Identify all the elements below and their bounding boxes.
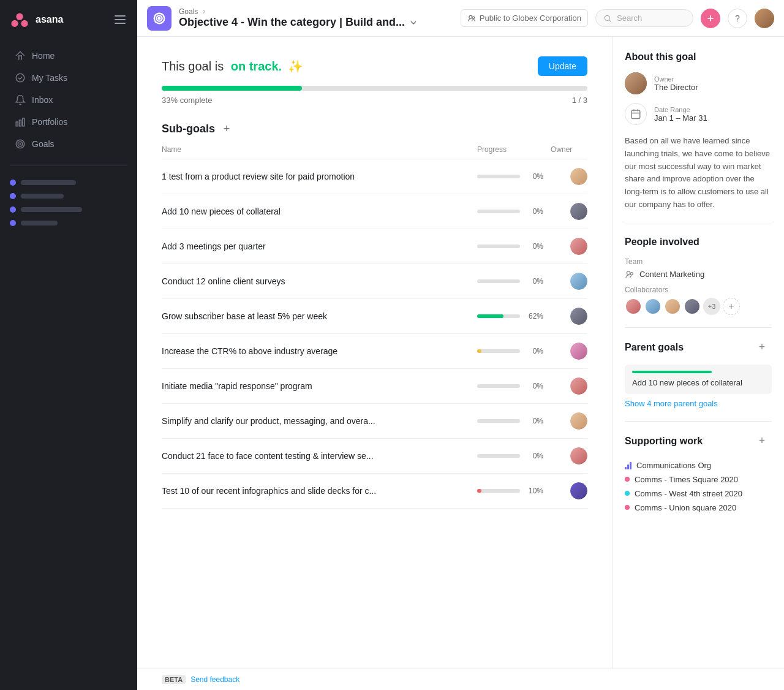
sidebar-item-label-portfolios: Portfolios: [32, 117, 67, 127]
progress-mini-track: [477, 349, 520, 353]
menu-toggle-button[interactable]: [113, 12, 127, 27]
status-prefix: This goal is: [162, 59, 224, 73]
asana-logo: [10, 10, 29, 29]
avatar-circle: [570, 343, 587, 360]
supporting-item-name: Comms - Times Square 2020: [635, 475, 738, 484]
list-item[interactable]: [10, 203, 127, 216]
progress-info: 33% complete 1 / 3: [162, 96, 587, 105]
sidebar-item-inbox[interactable]: Inbox: [5, 89, 132, 110]
project-color-dot: [10, 180, 16, 186]
avatar-circle: [570, 412, 587, 430]
col-owner: Owner: [551, 145, 587, 154]
subgoal-progress: 0%: [477, 172, 551, 181]
asana-wordmark: asana: [36, 14, 63, 25]
status-emoji: ✨: [288, 59, 303, 73]
add-parent-goal-button[interactable]: +: [752, 338, 772, 357]
subgoal-progress: 0%: [477, 242, 551, 251]
svg-point-9: [20, 143, 21, 145]
sidebar-item-my-tasks[interactable]: My Tasks: [5, 67, 132, 88]
check-circle-icon: [15, 72, 26, 83]
list-item[interactable]: [10, 189, 127, 203]
avatar-circle: [570, 482, 587, 499]
subgoal-name: Increase the CTR% to above industry aver…: [162, 346, 477, 356]
svg-point-3: [16, 74, 24, 82]
breadcrumb-text: Goals: [179, 7, 198, 16]
sidebar: asana Home My Tasks Inbox Portfolios Goa…: [0, 0, 137, 690]
list-item[interactable]: [10, 216, 127, 230]
subgoals-table-header: Name Progress Owner: [162, 143, 587, 159]
progress-pct-label: 0%: [525, 382, 543, 390]
help-button[interactable]: ?: [728, 9, 747, 28]
supporting-item-name: Comms - Union square 2020: [635, 503, 736, 512]
more-collaborators-badge: +3: [703, 298, 720, 315]
supporting-work-item[interactable]: Comms - Union square 2020: [625, 501, 772, 515]
chevron-down-icon[interactable]: [409, 18, 418, 28]
table-row[interactable]: Conduct 12 online client surveys 0%: [162, 264, 587, 299]
goal-description: Based on all we have learned since launc…: [625, 135, 772, 224]
show-more-parent-goals-link[interactable]: Show 4 more parent goals: [625, 399, 718, 408]
sidebar-item-label-my-tasks: My Tasks: [32, 73, 67, 83]
table-row[interactable]: Grow subscriber base at least 5% per wee…: [162, 299, 587, 334]
sidebar-item-label-goals: Goals: [32, 139, 55, 149]
team-label: Team: [625, 257, 772, 266]
calendar-icon: [625, 103, 647, 125]
add-button[interactable]: [701, 9, 720, 28]
bar-segment: [625, 467, 627, 469]
sidebar-divider: [10, 165, 127, 166]
search-input[interactable]: Search: [595, 9, 693, 27]
add-subgoal-button[interactable]: +: [220, 122, 233, 135]
supporting-work-item[interactable]: Comms - Times Square 2020: [625, 472, 772, 487]
owner-avatar: [625, 72, 647, 94]
update-button[interactable]: Update: [538, 56, 587, 76]
progress-percent-label: 33% complete: [162, 96, 212, 105]
main-content: Goals Objective 4 - Win the category | B…: [137, 0, 784, 690]
project-name-label: [21, 221, 58, 226]
svg-point-0: [16, 13, 23, 20]
subgoal-owner-avatar: [570, 447, 587, 464]
home-icon: [15, 50, 26, 61]
table-row[interactable]: Initiate media "rapid response" program …: [162, 369, 587, 404]
breadcrumb: Goals: [179, 7, 453, 16]
bar-chart-icon: [15, 116, 26, 127]
progress-pct-label: 62%: [525, 312, 543, 320]
table-row[interactable]: 1 test from a product review site for pa…: [162, 159, 587, 194]
parent-goals-section: Parent goals + Add 10 new pieces of coll…: [625, 338, 772, 409]
dot-icon: [625, 491, 630, 496]
subgoal-name: Add 3 meetings per quarter: [162, 241, 477, 251]
progress-pct-label: 0%: [525, 417, 543, 425]
table-row[interactable]: Add 10 new pieces of collateral 0%: [162, 194, 587, 229]
bell-icon: [15, 94, 26, 105]
supporting-work-item[interactable]: Comms - West 4th street 2020: [625, 487, 772, 501]
feedback-link[interactable]: Send feedback: [190, 675, 239, 684]
visibility-button[interactable]: Public to Globex Corporation: [461, 9, 588, 27]
table-row[interactable]: Test 10 of our recent infographics and s…: [162, 474, 587, 509]
collaborator-avatar: [684, 298, 701, 315]
parent-goal-item[interactable]: Add 10 new pieces of collateral: [625, 365, 772, 394]
table-row[interactable]: Conduct 21 face to face content testing …: [162, 439, 587, 474]
subgoal-name: 1 test from a product review site for pa…: [162, 172, 477, 181]
list-item[interactable]: [10, 176, 127, 189]
sidebar-item-portfolios[interactable]: Portfolios: [5, 112, 132, 132]
svg-point-14: [472, 17, 475, 19]
sidebar-navigation: Home My Tasks Inbox Portfolios Goals: [0, 39, 137, 161]
table-row[interactable]: Add 3 meetings per quarter 0%: [162, 229, 587, 264]
sidebar-item-home[interactable]: Home: [5, 45, 132, 66]
table-row[interactable]: Simplify and clarify our product, messag…: [162, 404, 587, 439]
avatar-circle: [570, 168, 587, 185]
bar-chart-icon: [625, 461, 631, 469]
supporting-work-section: Supporting work + Communications Org Com…: [625, 431, 772, 515]
search-placeholder: Search: [617, 13, 642, 23]
user-avatar[interactable]: [755, 9, 774, 28]
progress-pct-label: 10%: [525, 487, 543, 495]
subgoal-owner-avatar: [570, 168, 587, 185]
subgoal-name: Conduct 21 face to face content testing …: [162, 451, 477, 461]
goal-icon: [147, 6, 172, 31]
sidebar-item-goals[interactable]: Goals: [5, 134, 132, 154]
progress-mini-track: [477, 175, 520, 178]
parent-goal-progress-bar: [632, 371, 712, 373]
add-collaborator-button[interactable]: +: [723, 298, 740, 315]
supporting-work-item[interactable]: Communications Org: [625, 458, 772, 472]
table-row[interactable]: Increase the CTR% to above industry aver…: [162, 334, 587, 369]
subgoal-owner-avatar: [570, 377, 587, 395]
add-supporting-work-button[interactable]: +: [752, 431, 772, 451]
